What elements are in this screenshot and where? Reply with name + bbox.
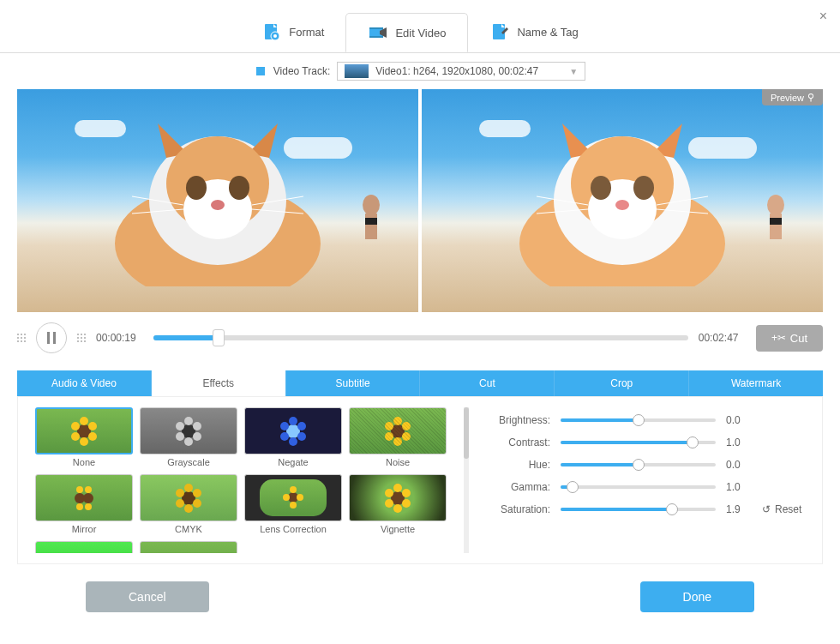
effect-cmyk[interactable]: CMYK — [140, 474, 237, 534]
saturation-slider[interactable] — [561, 508, 716, 511]
tab-cut[interactable]: Cut — [420, 370, 555, 396]
tab-format[interactable]: Format — [240, 13, 345, 52]
svg-point-69 — [76, 503, 83, 510]
svg-point-26 — [591, 176, 611, 200]
svg-rect-4 — [369, 27, 383, 29]
effect-vignette[interactable]: Vignette — [349, 474, 447, 534]
person-image-preview — [754, 192, 797, 278]
svg-point-70 — [84, 493, 93, 503]
original-preview — [17, 89, 418, 312]
svg-point-83 — [290, 502, 297, 509]
gamma-slider[interactable] — [561, 485, 716, 489]
contrast-slider[interactable] — [561, 441, 716, 444]
name-tag-icon — [489, 22, 510, 43]
svg-rect-37 — [53, 332, 56, 344]
pause-icon — [46, 332, 57, 344]
svg-point-50 — [184, 437, 193, 446]
reset-button[interactable]: ↺ Reset — [762, 503, 805, 515]
tab-edit-video[interactable]: Edit Video — [345, 13, 468, 52]
effects-grid: None Grayscale Negate Noise Mirror CMYK … — [35, 407, 447, 553]
svg-point-58 — [280, 432, 289, 441]
svg-point-56 — [297, 432, 306, 441]
svg-point-28 — [615, 200, 629, 210]
svg-rect-21 — [365, 218, 377, 225]
scroll-thumb[interactable] — [464, 407, 469, 459]
svg-point-54 — [289, 417, 297, 425]
done-button[interactable]: Done — [640, 581, 754, 612]
effect-more-2[interactable] — [140, 541, 237, 553]
effect-lens-correction[interactable]: Lens Correction — [244, 474, 342, 534]
video-track-select[interactable]: Video1: h264, 1920x1080, 00:02:47 ▼ — [337, 62, 585, 81]
video-track-icon — [255, 65, 267, 77]
svg-point-89 — [393, 504, 402, 513]
video-track-label: Video Track: — [273, 65, 330, 77]
svg-point-86 — [393, 484, 402, 492]
svg-point-84 — [283, 494, 290, 501]
sliders-panel: Brightness: 0.0 Contrast: 1.0 Hue: 0.0 G… — [486, 407, 805, 553]
gamma-row: Gamma: 1.0 — [486, 481, 805, 493]
effects-panel: None Grayscale Negate Noise Mirror CMYK … — [17, 396, 823, 564]
format-icon — [261, 22, 282, 43]
svg-point-42 — [88, 432, 97, 441]
effects-scrollbar[interactable] — [464, 407, 469, 553]
bottom-buttons: Cancel Done — [0, 564, 840, 629]
svg-rect-7 — [256, 67, 265, 75]
close-button[interactable]: × — [819, 9, 827, 24]
svg-rect-34 — [770, 214, 782, 239]
effect-mirror[interactable]: Mirror — [35, 474, 133, 534]
svg-point-79 — [176, 489, 184, 497]
svg-point-55 — [297, 422, 306, 430]
svg-point-41 — [88, 422, 97, 430]
grip-right[interactable] — [77, 334, 86, 342]
cat-image-preview — [502, 115, 742, 286]
person-image — [350, 192, 393, 278]
current-time: 00:00:19 — [96, 332, 143, 344]
effect-noise[interactable]: Noise — [349, 407, 447, 467]
brightness-slider[interactable] — [561, 418, 716, 422]
effect-grayscale[interactable]: Grayscale — [140, 407, 237, 467]
pause-button[interactable] — [36, 322, 67, 353]
svg-rect-20 — [365, 214, 377, 239]
svg-point-45 — [71, 422, 80, 430]
brightness-row: Brightness: 0.0 — [486, 414, 805, 426]
svg-point-87 — [402, 489, 411, 497]
cancel-button[interactable]: Cancel — [86, 581, 209, 612]
svg-point-52 — [176, 422, 184, 430]
tab-edit-video-label: Edit Video — [395, 27, 446, 39]
tab-name-tag[interactable]: Name & Tag — [468, 13, 599, 52]
grip-left[interactable] — [17, 334, 26, 342]
svg-point-19 — [363, 195, 380, 215]
tab-format-label: Format — [289, 26, 324, 39]
effect-negate[interactable]: Negate — [244, 407, 342, 467]
effect-more-1[interactable] — [35, 541, 133, 553]
hue-row: Hue: 0.0 — [486, 459, 805, 471]
contrast-row: Contrast: 1.0 — [486, 436, 805, 448]
timeline-slider[interactable] — [153, 335, 688, 340]
svg-point-81 — [290, 486, 297, 493]
preview-row: ▷ Original — [0, 89, 840, 312]
svg-rect-35 — [770, 218, 782, 225]
svg-point-13 — [229, 176, 249, 200]
svg-point-74 — [184, 484, 193, 492]
hue-slider[interactable] — [561, 463, 716, 466]
effect-preview — [422, 89, 823, 312]
preview-badge: Preview ⚲ — [762, 89, 823, 105]
video-track-row: Video Track: Video1: h264, 1920x1080, 00… — [0, 52, 840, 89]
effect-none[interactable]: None — [35, 407, 133, 467]
svg-point-14 — [211, 200, 225, 210]
tab-crop[interactable]: Crop — [555, 370, 689, 396]
tab-audio-video[interactable]: Audio & Video — [17, 370, 152, 396]
chevron-down-icon: ▼ — [569, 67, 578, 76]
tab-watermark[interactable]: Watermark — [689, 370, 823, 396]
tab-effects[interactable]: Effects — [152, 370, 286, 396]
svg-rect-5 — [369, 36, 383, 38]
timeline-handle[interactable] — [213, 329, 225, 346]
svg-point-57 — [289, 437, 297, 446]
edit-video-icon — [368, 22, 388, 43]
svg-text:+✂: +✂ — [771, 332, 785, 344]
total-time: 00:02:47 — [699, 332, 746, 344]
tab-subtitle[interactable]: Subtitle — [286, 370, 421, 396]
edit-tabs: Audio & Video Effects Subtitle Cut Crop … — [17, 370, 823, 396]
timeline-fill — [153, 335, 218, 340]
cut-button[interactable]: +✂ Cut — [756, 325, 823, 352]
